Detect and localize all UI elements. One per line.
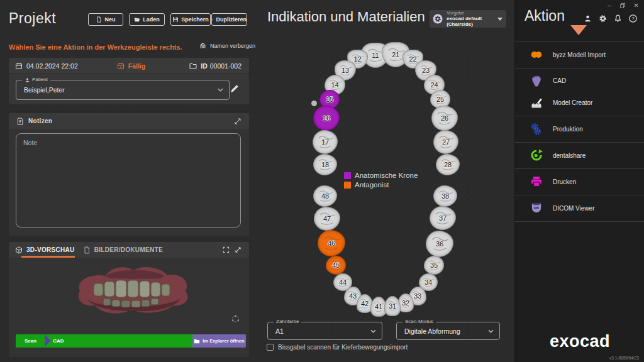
tooth-31[interactable]: 31	[384, 296, 401, 316]
duplicate-button[interactable]: Duplizieren	[211, 13, 247, 26]
edit-patient-button[interactable]	[230, 83, 240, 96]
action-item-drucken[interactable]: Drucken	[515, 168, 644, 195]
workflow-status-bar: Scan CAD Im Explorer öffnen	[16, 334, 246, 348]
tooth-number: 46	[328, 239, 335, 247]
tooth-number: 15	[326, 96, 333, 103]
scan-mode-select[interactable]: Scan-Modus Digitale Abformung	[396, 322, 500, 340]
action-item-dicom-viewer[interactable]: DICOM Viewer	[515, 195, 644, 221]
action-item-cad[interactable]: CAD	[515, 70, 644, 92]
document-icon	[83, 246, 91, 254]
tooth-48[interactable]: 48	[313, 185, 337, 207]
step-cad-label: CAD	[53, 338, 64, 344]
workflow-progress: Scan CAD	[16, 334, 192, 348]
byzz-icon	[530, 48, 543, 61]
new-button[interactable]: Neu	[88, 13, 123, 26]
chevron-down-icon	[218, 88, 223, 92]
action-panel: – ✕ Aktion ? byzz Modell ImportCADModel …	[514, 0, 644, 362]
tooth-37[interactable]: 37	[430, 206, 456, 230]
tooth-16[interactable]: 16	[313, 106, 340, 131]
tooth-number: 12	[353, 55, 361, 63]
tooth-number: 24	[430, 81, 438, 89]
chevron-down-icon	[370, 329, 376, 333]
tooth-number: 22	[409, 55, 416, 63]
tooth-47[interactable]: 47	[314, 207, 340, 231]
open-in-explorer-button[interactable]: Im Explorer öffnen	[192, 334, 246, 348]
duplicate-icon	[212, 16, 213, 23]
tooth-number: 18	[321, 161, 329, 168]
bite-fork-checkbox[interactable]	[267, 344, 274, 351]
produktion-icon	[530, 123, 543, 135]
tooth-number: 43	[349, 292, 357, 300]
date-info: 04.02.2024 22:02	[15, 62, 78, 70]
notes-card: Notizen	[9, 113, 249, 236]
tooth-number: 47	[323, 215, 331, 222]
project-panel: Projekt Neu Laden Speichern Duplizieren …	[0, 0, 258, 362]
crown-color-swatch	[344, 172, 351, 179]
tooth-number: 34	[425, 278, 432, 286]
legend: Anatomische Krone Antagonist	[344, 172, 418, 189]
bite-fork-checkbox-row[interactable]: Bissgabel scannen für Kieferbewegungsimp…	[267, 344, 408, 351]
due-status: Fällig	[117, 62, 145, 70]
exocad-logo: exocad	[515, 332, 644, 351]
tooth-38[interactable]: 38	[433, 185, 457, 207]
tab-3d-preview[interactable]: 3D-VORSCHAU	[15, 246, 75, 254]
action-item-dentalshare[interactable]: dentalshare	[515, 142, 644, 168]
action-item-model-creator[interactable]: Model Creator	[515, 92, 644, 114]
tooth-number: 31	[389, 302, 396, 310]
tooth-number: 37	[439, 214, 447, 222]
cad-icon	[530, 75, 543, 87]
indication-panel: Indikation und Materialien Vorgabe exoca…	[258, 0, 514, 362]
tooth-number: 26	[441, 114, 448, 122]
tooth-shade-select[interactable]: Zahnfarbe A1	[267, 322, 382, 340]
person-icon	[25, 77, 30, 83]
step-scan-label: Scan	[25, 338, 36, 344]
tooth-number: 13	[341, 67, 349, 74]
tab-images-documents[interactable]: BILDER/DOKUMENTE	[83, 246, 163, 254]
model-creator-icon	[530, 97, 543, 109]
dicom-viewer-icon	[530, 202, 543, 214]
action-instruction-text: Wählen Sie eine Aktion in der Werkzeugle…	[9, 43, 182, 51]
load-button[interactable]: Laden	[129, 13, 165, 26]
tooth-35[interactable]: 35	[424, 256, 444, 275]
tooth-46[interactable]: 46	[318, 230, 345, 256]
menu-separator	[515, 68, 644, 69]
patient-select[interactable]: Patient Beispiel,Peter	[16, 80, 230, 100]
tooth-number: 45	[332, 261, 340, 269]
notes-input[interactable]	[16, 133, 241, 228]
tooth-18[interactable]: 18	[313, 154, 337, 175]
recenter-3d-icon[interactable]	[231, 314, 240, 324]
tooth-28[interactable]: 28	[436, 154, 460, 175]
action-item-label: Produktion	[553, 126, 583, 133]
action-item-label: dentalshare	[553, 152, 586, 159]
expand-preview-icon[interactable]	[235, 246, 242, 253]
action-item-byzz-modell-import[interactable]: byzz Modell Import	[515, 41, 644, 68]
tooth-36[interactable]: 36	[426, 231, 453, 257]
tooth-number: 33	[414, 292, 421, 300]
new-file-icon	[96, 16, 102, 23]
patient-value: Beispiel,Peter	[24, 86, 65, 94]
tooth-number: 32	[402, 299, 409, 307]
tooth-17[interactable]: 17	[313, 130, 338, 154]
save-button[interactable]: Speichern	[170, 13, 211, 26]
project-id: ID 00001-002	[189, 62, 242, 70]
project-info-bar: 04.02.2024 22:02 Fällig ID 00001-002	[9, 58, 249, 74]
tooth-number: 14	[331, 81, 338, 89]
tooth-number: 27	[442, 138, 450, 146]
folder-icon	[189, 62, 197, 70]
tooth-45[interactable]: 45	[326, 256, 346, 275]
tooth-27[interactable]: 27	[433, 130, 458, 154]
scan-3d-preview[interactable]	[69, 261, 197, 321]
active-tab-underline	[21, 256, 75, 258]
fullscreen-icon[interactable]	[223, 246, 230, 253]
expand-icon[interactable]	[234, 118, 242, 125]
tooth-26[interactable]: 26	[431, 106, 458, 131]
tooth-number: 16	[323, 114, 330, 122]
action-item-produktion[interactable]: Produktion	[515, 116, 644, 142]
hide-names-toggle[interactable]: Namen verbergen	[199, 41, 255, 50]
tooth-number: 11	[372, 52, 379, 59]
pencil-icon	[230, 83, 240, 94]
action-item-label: DICOM Viewer	[553, 205, 595, 212]
tooth-number: 44	[339, 278, 347, 286]
tooth-number: 28	[444, 161, 452, 168]
save-icon	[172, 16, 179, 23]
